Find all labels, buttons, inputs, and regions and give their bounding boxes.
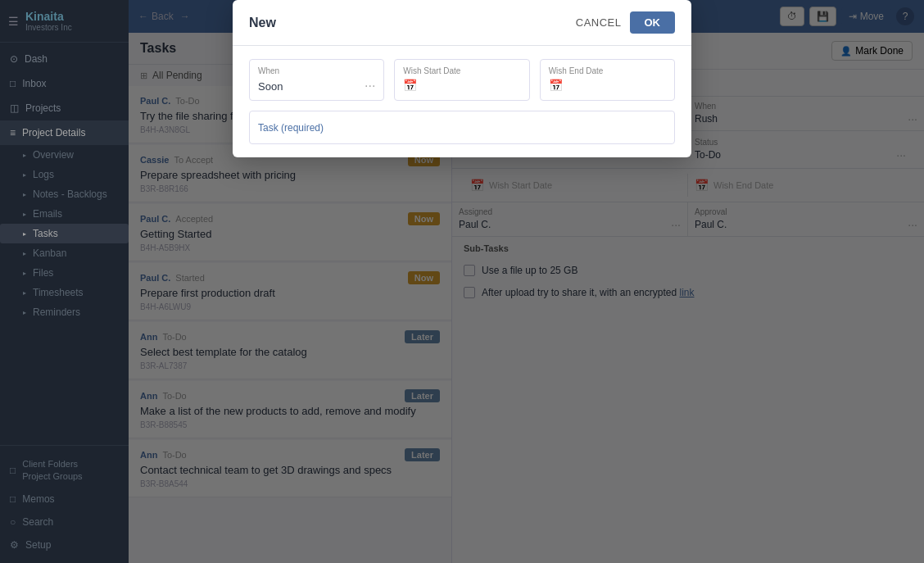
- new-task-modal: New CANCEL OK When Soon ···: [233, 0, 691, 157]
- modal-field-wish-end[interactable]: Wish End Date 📅: [540, 59, 675, 101]
- modal-when-label: When: [258, 66, 375, 75]
- modal-field-wish-start[interactable]: Wish Start Date 📅: [394, 59, 529, 101]
- modal-field-when: When Soon ···: [249, 59, 384, 101]
- modal-fields-row: When Soon ··· Wish Start Date 📅: [249, 59, 675, 101]
- modal-body: When Soon ··· Wish Start Date 📅: [233, 46, 691, 157]
- modal-task-label: Task (required): [258, 122, 324, 134]
- modal-task-field[interactable]: Task (required): [249, 111, 675, 144]
- modal-ok-button[interactable]: OK: [630, 11, 676, 34]
- modal-actions: CANCEL OK: [576, 11, 675, 34]
- modal-wish-start-label: Wish Start Date: [403, 66, 520, 75]
- modal-when-more-icon[interactable]: ···: [365, 79, 375, 93]
- modal-when-value: Soon ···: [258, 79, 375, 93]
- modal-header: New CANCEL OK: [233, 0, 691, 46]
- calendar-icon: 📅: [549, 79, 563, 92]
- modal-wish-end-label: Wish End Date: [549, 66, 666, 75]
- modal-title: New: [249, 16, 276, 30]
- calendar-icon: 📅: [403, 79, 417, 92]
- modal-overlay: New CANCEL OK When Soon ···: [0, 0, 924, 563]
- modal-wish-end-value: 📅: [549, 79, 666, 92]
- modal-cancel-button[interactable]: CANCEL: [576, 16, 622, 29]
- modal-wish-start-value: 📅: [403, 79, 520, 92]
